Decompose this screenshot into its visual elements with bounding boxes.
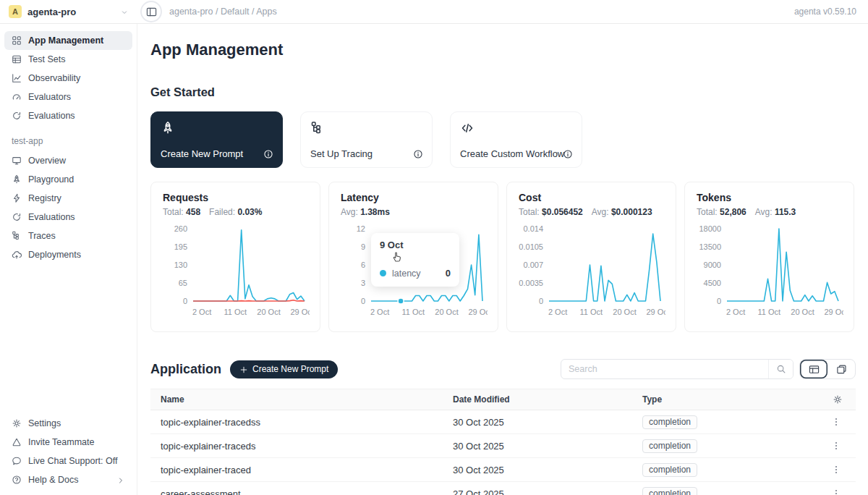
table-row[interactable]: career-assessment27 Oct 2025completion <box>150 482 856 495</box>
search-button[interactable] <box>768 360 793 378</box>
chevright-icon <box>116 476 125 485</box>
svg-text:0: 0 <box>183 297 187 305</box>
get-started-card-set-up-tracing[interactable]: Set Up Tracing <box>300 111 433 168</box>
sidebar-item-traces[interactable]: Traces <box>4 227 132 245</box>
cycle-icon <box>12 212 22 222</box>
column-header-name[interactable]: Name <box>150 394 443 405</box>
sidebar-item-help-docs[interactable]: Help & Docs <box>4 470 132 489</box>
sidebar-item-test-sets[interactable]: Test Sets <box>4 50 132 69</box>
svg-text:20 Oct: 20 Oct <box>257 308 280 316</box>
chart-stats: Total: $0.056452Avg: $0.000123 <box>519 207 665 217</box>
chart-plot-tokens[interactable]: 18000135009000450002 Oct11 Oct20 Oct29 O… <box>697 220 843 323</box>
chart-stats: Total: 52,806Avg: 115.3 <box>697 207 843 217</box>
sidebar-item-label: App Management <box>28 35 103 46</box>
sidebar-item-label: Evaluations <box>28 212 75 222</box>
cloud-icon <box>12 250 22 260</box>
row-menu-button[interactable] <box>831 465 856 475</box>
create-new-prompt-button[interactable]: Create New Prompt <box>230 360 338 378</box>
chart-stat: Total: 52,806 <box>697 207 746 217</box>
app-type-cell: completion <box>632 439 815 453</box>
svg-text:0: 0 <box>717 297 721 305</box>
sidebar-item-observability[interactable]: Observability <box>4 69 132 88</box>
main-content: App Management Get Started Create New Pr… <box>137 24 868 495</box>
chart-title: Latency <box>341 192 488 203</box>
info-icon-slot[interactable] <box>413 147 423 160</box>
application-header-row: Application Create New Prompt <box>150 359 856 379</box>
workspace-avatar: A <box>9 5 22 18</box>
svg-text:195: 195 <box>174 242 187 251</box>
svg-text:0: 0 <box>539 297 543 305</box>
chat-icon <box>12 456 22 466</box>
workspace-switcher[interactable]: A agenta-pro <box>0 5 137 18</box>
table-settings-button[interactable] <box>833 394 856 405</box>
sidebar-item-label: Registry <box>28 193 61 203</box>
chevdown-icon <box>120 8 129 17</box>
sidebar-item-label: Overview <box>28 156 66 166</box>
chart-plot-cost[interactable]: 0.0140.01050.0070.003502 Oct11 Oct20 Oct… <box>519 220 665 323</box>
get-started-card-label: Create Custom Workflow <box>460 148 564 159</box>
sidebar-item-label: Deployments <box>28 250 81 260</box>
tree-icon <box>12 231 22 241</box>
get-started-card-create-new-prompt[interactable]: Create New Prompt <box>150 111 283 168</box>
series-line-failed <box>193 300 305 301</box>
view-mode-toggle <box>799 359 856 379</box>
rocket-icon <box>12 174 22 185</box>
sidebar-item-evaluators[interactable]: Evaluators <box>4 88 132 106</box>
sidebar-item-live-chat-support-off[interactable]: Live Chat Support: Off <box>4 452 132 470</box>
sidebar-collapse-button[interactable] <box>140 1 162 22</box>
view-mode-cards[interactable] <box>827 360 855 378</box>
sidebar-item-label: Help & Docs <box>28 475 78 485</box>
svg-text:29 Oct: 29 Oct <box>290 308 310 316</box>
chart-title: Cost <box>519 192 665 203</box>
sidebar-item-registry[interactable]: Registry <box>4 189 132 208</box>
invite-icon <box>12 437 22 447</box>
sidebar-item-evaluations[interactable]: Evaluations <box>4 208 132 227</box>
search-input[interactable] <box>561 364 768 374</box>
app-type-cell: completion <box>632 487 815 495</box>
sidebar-item-invite-teammate[interactable]: Invite Teammate <box>4 433 132 452</box>
tooltip-series-name: latency <box>392 268 421 279</box>
info-icon-slot[interactable] <box>263 147 273 160</box>
column-header-type[interactable]: Type <box>632 394 815 405</box>
svg-text:9: 9 <box>361 242 365 251</box>
svg-text:13500: 13500 <box>699 242 721 251</box>
info-icon-slot[interactable] <box>563 147 573 160</box>
table-row[interactable]: topic-explainer-traceds30 Oct 2025comple… <box>150 434 856 458</box>
sidebar-item-label: Live Chat Support: Off <box>28 456 117 466</box>
row-menu-button[interactable] <box>831 417 856 427</box>
dots-icon <box>831 488 841 495</box>
sidebar-item-app-management[interactable]: App Management <box>4 31 132 50</box>
get-started-cards: Create New PromptSet Up TracingCreate Cu… <box>150 111 856 168</box>
code-icon <box>460 121 475 135</box>
sidebar-item-playground[interactable]: Playground <box>4 170 132 189</box>
chart-tooltip: 9 Octlatency0 <box>371 233 459 287</box>
sidebar-item-label: Invite Teammate <box>28 437 94 447</box>
column-header-date-modified[interactable]: Date Modified <box>443 394 632 405</box>
sidebar-item-settings[interactable]: Settings <box>4 414 132 433</box>
get-started-card-create-custom-workflow[interactable]: Create Custom Workflow <box>450 111 582 168</box>
sidebar-item-label: Evaluators <box>28 92 71 102</box>
svg-text:11 Oct: 11 Oct <box>580 308 603 316</box>
table-row[interactable]: topic-explainer-tracedss30 Oct 2025compl… <box>150 410 856 434</box>
app-type-tag: completion <box>642 415 697 429</box>
table-row[interactable]: topic-explainer-traced30 Oct 2025complet… <box>150 458 856 482</box>
chart-plot-requests[interactable]: 2601951306502 Oct11 Oct20 Oct29 Oct <box>163 220 310 323</box>
series-line-tokens <box>727 229 838 301</box>
svg-text:12: 12 <box>357 224 365 233</box>
app-type-tag: completion <box>642 439 697 453</box>
app-date-modified: 27 Oct 2025 <box>443 488 632 495</box>
chart-title: Requests <box>163 192 310 203</box>
sidebar-item-deployments[interactable]: Deployments <box>4 245 132 264</box>
sidebar-item-overview[interactable]: Overview <box>4 151 132 170</box>
breadcrumb: agenta-pro / Default / Apps <box>169 7 277 17</box>
mouse-cursor-icon <box>390 249 404 263</box>
svg-text:130: 130 <box>174 261 187 269</box>
svg-text:65: 65 <box>179 279 187 287</box>
sidebar-nav-app: OverviewPlaygroundRegistryEvaluationsTra… <box>4 151 132 264</box>
row-menu-button[interactable] <box>831 488 856 495</box>
row-menu-button[interactable] <box>831 441 856 451</box>
sidebar-item-evaluations[interactable]: Evaluations <box>4 106 132 125</box>
sidebar-nav-top: App ManagementTest SetsObservabilityEval… <box>4 31 132 125</box>
view-mode-table[interactable] <box>800 360 827 378</box>
app-type-cell: completion <box>632 415 815 429</box>
